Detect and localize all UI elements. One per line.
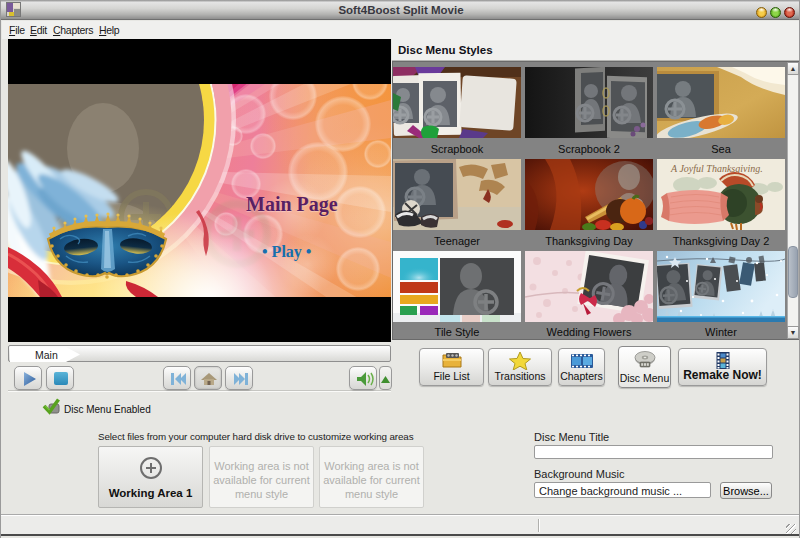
- svg-text:A Joyful Thanksgiving.: A Joyful Thanksgiving.: [670, 163, 763, 174]
